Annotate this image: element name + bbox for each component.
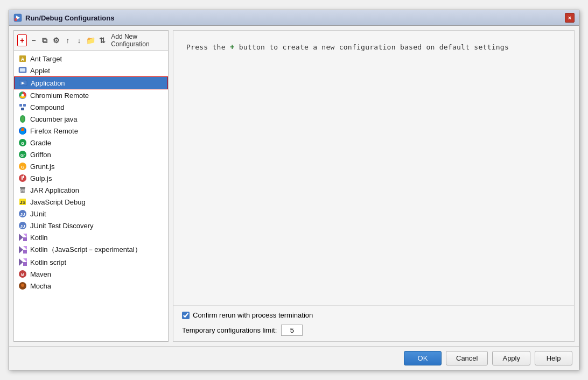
svg-rect-2 (15, 18, 17, 21)
kotlin-icon (18, 258, 27, 266)
config-item-label-kotlin-script: Kotlin script (30, 258, 66, 266)
right-content: Press the + button to create a new confi… (173, 31, 574, 305)
config-item-applet[interactable]: Applet (14, 65, 168, 76)
junit-icon: JU (18, 221, 27, 230)
config-item-javascript-debug[interactable]: JSJavaScript Debug (14, 196, 168, 208)
toolbar-heading: Add New Configuration (111, 33, 165, 48)
dialog-footer: OK Cancel Apply Help (9, 346, 579, 370)
svg-rect-28 (20, 187, 25, 188)
config-item-cucumber-java[interactable]: Cucumber java (14, 113, 168, 125)
left-toolbar: + − ⧉ ⚙ ↑ ↓ 📁 ⇅ Add New Configuration (14, 31, 168, 51)
close-button[interactable]: × (565, 13, 575, 23)
svg-text:G: G (21, 141, 24, 146)
svg-marker-41 (23, 250, 27, 254)
cancel-button[interactable]: Cancel (446, 351, 488, 365)
junit-icon: JU (18, 209, 27, 218)
config-item-application[interactable]: Application (14, 76, 168, 89)
svg-text:JAR: JAR (20, 189, 25, 192)
left-panel: + − ⧉ ⚙ ↑ ↓ 📁 ⇅ Add New Configuration AA… (13, 30, 169, 342)
config-item-gulpjs[interactable]: Gulp.js (14, 172, 168, 184)
run-debug-dialog: Run/Debug Configurations × + − ⧉ ⚙ ↑ ↓ 📁… (9, 10, 579, 370)
title-bar-left: Run/Debug Configurations (13, 13, 114, 22)
config-item-kotlin[interactable]: Kotlin (14, 231, 168, 243)
move-up-button[interactable]: ↑ (63, 34, 73, 46)
svg-text:M: M (21, 273, 24, 277)
applet-icon (18, 66, 27, 75)
config-item-firefox-remote[interactable]: Firefox Remote (14, 125, 168, 137)
config-item-label-jar-application: JAR Application (30, 186, 79, 194)
config-item-jar-application[interactable]: JARJAR Application (14, 184, 168, 196)
compound-icon (18, 103, 27, 111)
config-item-label-chromium-remote: Chromium Remote (30, 92, 89, 100)
temp-config-input[interactable] (281, 325, 303, 336)
add-button[interactable]: + (17, 34, 27, 46)
kotlin-icon (18, 245, 27, 254)
config-item-kotlin-js-experimental[interactable]: Kotlin（JavaScript－experimental） (14, 243, 168, 256)
hint-text: Press the + button to create a new confi… (186, 41, 509, 53)
svg-rect-49 (22, 287, 24, 288)
config-item-mocha[interactable]: Mocha (14, 280, 168, 292)
cucumber-icon (18, 115, 27, 123)
config-item-label-gulpjs: Gulp.js (30, 174, 52, 182)
svg-rect-6 (20, 68, 25, 72)
ok-button[interactable]: OK (404, 351, 442, 365)
config-item-junit-test-discovery[interactable]: JUJUnit Test Discovery (14, 220, 168, 231)
svg-point-48 (21, 284, 24, 287)
help-button[interactable]: Help (535, 351, 572, 365)
svg-marker-43 (23, 258, 27, 262)
jsdebug-icon: JS (18, 198, 27, 206)
title-bar: Run/Debug Configurations × (9, 10, 579, 26)
config-item-label-applet: Applet (30, 67, 50, 75)
mocha-icon (18, 282, 27, 290)
confirm-rerun-label: Confirm rerun with process termination (193, 311, 313, 319)
svg-rect-13 (23, 104, 26, 107)
temp-config-row: Temporary configurations limit: (182, 325, 565, 336)
remove-button[interactable]: − (29, 34, 38, 46)
config-list: AAnt TargetAppletApplicationChromium Rem… (14, 51, 168, 341)
ant-icon: A (18, 54, 27, 63)
kotlin-icon (18, 233, 27, 242)
config-item-ant-target[interactable]: AAnt Target (14, 53, 168, 65)
config-item-maven[interactable]: MMaven (14, 268, 168, 280)
config-item-label-compound: Compound (30, 103, 65, 111)
apply-button[interactable]: Apply (492, 351, 530, 365)
maven-icon: M (18, 270, 27, 278)
svg-rect-12 (19, 104, 22, 107)
svg-marker-39 (19, 246, 23, 254)
config-item-griffon[interactable]: GrGriffon (14, 149, 168, 160)
bottom-options: Confirm rerun with process termination T… (173, 305, 574, 341)
svg-rect-14 (21, 108, 24, 110)
hint-prefix: Press the (186, 43, 226, 51)
config-item-chromium-remote[interactable]: Chromium Remote (14, 89, 168, 101)
svg-text:JU: JU (20, 224, 25, 228)
config-item-label-junit-test-discovery: JUnit Test Discovery (30, 222, 94, 230)
dialog-title: Run/Debug Configurations (25, 14, 114, 22)
config-item-kotlin-script[interactable]: Kotlin script (14, 256, 168, 268)
config-item-label-ant-target: Ant Target (30, 55, 62, 63)
right-panel: Press the + button to create a new confi… (173, 30, 575, 342)
svg-text:JS: JS (19, 200, 25, 205)
config-item-label-application: Application (31, 79, 65, 87)
svg-text:JU: JU (20, 213, 25, 216)
hint-plus-icon: + (230, 43, 235, 51)
svg-marker-36 (19, 234, 23, 241)
folder-button[interactable]: 📁 (86, 34, 96, 46)
confirm-rerun-checkbox[interactable] (182, 312, 190, 319)
config-item-gradle[interactable]: GGradle (14, 137, 168, 149)
config-item-compound[interactable]: Compound (14, 101, 168, 113)
gradle-icon: G (18, 138, 27, 147)
config-item-label-maven: Maven (30, 270, 51, 278)
griffon-icon: Gr (18, 150, 27, 159)
svg-text:A: A (21, 57, 25, 62)
svg-text:Gr: Gr (20, 153, 25, 157)
config-item-junit[interactable]: JUJUnit (14, 208, 168, 220)
svg-point-11 (22, 94, 24, 97)
svg-rect-25 (22, 176, 23, 180)
config-item-gruntjs[interactable]: GGrunt.js (14, 160, 168, 172)
config-item-label-gradle: Gradle (30, 139, 51, 147)
move-down-button[interactable]: ↓ (74, 34, 84, 46)
chromium-icon (18, 91, 27, 100)
copy-button[interactable]: ⧉ (40, 34, 50, 46)
sort-button[interactable]: ⇅ (97, 34, 107, 46)
settings-button[interactable]: ⚙ (52, 34, 61, 46)
